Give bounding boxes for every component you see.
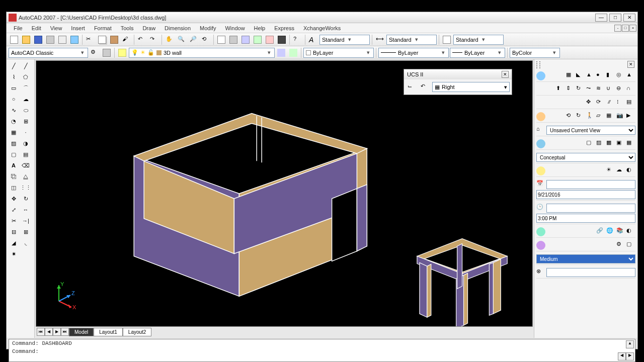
minimize-button[interactable]: — — [595, 14, 607, 22]
layer-combo[interactable]: 💡 ☀ 🔓 3D wall▾ — [129, 48, 275, 58]
render-region-icon[interactable]: ▢ — [626, 241, 635, 250]
zoom-rt-button[interactable]: 🔍 — [176, 34, 187, 45]
undo-button[interactable]: ↶ — [136, 34, 147, 45]
mat-attach-icon[interactable]: 🔗 — [596, 227, 605, 236]
ellipse-tool[interactable]: ⬭ — [20, 105, 32, 116]
loft-icon[interactable]: ≋ — [596, 85, 605, 94]
date-field[interactable] — [536, 190, 635, 199]
mat-toggle-icon[interactable]: ◐ — [626, 227, 635, 236]
workspace-combo[interactable]: AutoCAD Classic▾ — [9, 48, 88, 58]
dashboard-close-button[interactable]: ✕ — [627, 61, 634, 68]
properties-button[interactable] — [216, 34, 227, 45]
menu-draw[interactable]: Draw — [138, 24, 159, 32]
designcenter-button[interactable] — [228, 34, 239, 45]
menu-window[interactable]: Window — [221, 24, 249, 32]
region-tool[interactable]: ▢ — [8, 149, 20, 160]
sweep-icon[interactable]: ⤳ — [586, 85, 595, 94]
new-button[interactable] — [9, 34, 20, 45]
ucs-close-button[interactable]: ✕ — [502, 71, 509, 78]
help-button[interactable]: ? — [292, 34, 303, 45]
tab-next[interactable]: ▶ — [53, 328, 61, 336]
tab-last[interactable]: ⏭ — [61, 328, 69, 336]
menu-xchangeworks[interactable]: XchangeWorks — [299, 24, 345, 32]
print-button[interactable] — [45, 34, 56, 45]
cmd-scroll-up[interactable]: ▲ — [626, 340, 634, 348]
pyramid-icon[interactable]: ▲ — [626, 71, 635, 80]
layer-prev-button[interactable] — [288, 47, 299, 58]
render-preset-combo[interactable]: Medium — [536, 254, 635, 263]
explode-tool[interactable]: ✷ — [8, 248, 20, 259]
3dalign-icon[interactable]: ⫽ — [606, 99, 615, 108]
cone-icon[interactable]: ▲ — [586, 71, 595, 80]
menu-tools[interactable]: Tools — [117, 24, 138, 32]
polygon-tool[interactable]: ⬠ — [20, 71, 32, 82]
scale-tool[interactable]: ⤢ — [8, 204, 20, 215]
join-tool[interactable]: ⊞ — [20, 226, 32, 237]
menu-edit[interactable]: Edit — [28, 24, 45, 32]
walk-icon[interactable]: 🚶 — [586, 112, 595, 121]
extend-tool[interactable]: →| — [20, 215, 32, 226]
panel-grip[interactable] — [536, 61, 540, 68]
presspull-icon[interactable]: ⇕ — [566, 85, 575, 94]
move-tool[interactable]: ✥ — [8, 193, 20, 204]
ucs-prev-button[interactable]: ↶ — [419, 81, 430, 93]
views-icon[interactable]: ▦ — [606, 112, 615, 121]
linetype-combo[interactable]: ByLayer▾ — [378, 48, 449, 58]
cylinder-icon[interactable]: ▮ — [606, 71, 615, 80]
mirror-tool[interactable]: ⧋ — [20, 171, 32, 182]
copy-tool[interactable]: ⿻ — [8, 171, 20, 182]
trim-tool[interactable]: ✂ — [8, 215, 20, 226]
ucs-toolbar[interactable]: UCS II✕ ⌙ ↶ ▦Right▾ — [404, 69, 512, 95]
dimstyle-icon[interactable]: ⟷ — [374, 34, 385, 45]
line-tool[interactable]: ╱ — [8, 60, 20, 71]
copy-button[interactable] — [97, 34, 108, 45]
box-icon[interactable]: ▦ — [566, 71, 575, 80]
layer-states-button[interactable] — [276, 47, 287, 58]
vs-2d-icon[interactable]: ▢ — [586, 139, 595, 148]
union-icon[interactable]: ∪ — [606, 85, 615, 94]
plotstyle-combo[interactable]: ByColor▾ — [510, 48, 560, 58]
3d-make-icon[interactable] — [536, 71, 545, 80]
3d-nav-icon[interactable] — [536, 112, 545, 121]
erase-tool[interactable]: ⌫ — [20, 160, 32, 171]
vs-hidden-icon[interactable]: ▩ — [606, 139, 615, 148]
subtract-icon[interactable]: ⊖ — [616, 85, 625, 94]
visual-style-combo[interactable]: Conceptual — [536, 153, 635, 162]
date-slider[interactable] — [546, 180, 635, 189]
array-tool[interactable]: ⋮⋮ — [20, 182, 32, 193]
menu-view[interactable]: View — [46, 24, 66, 32]
mat-lib-icon[interactable]: 📚 — [616, 227, 625, 236]
rect-tool[interactable]: ▭ — [8, 82, 20, 94]
tablestyle-icon[interactable] — [441, 34, 452, 45]
vs-concept-icon[interactable]: ▦ — [626, 139, 635, 148]
table-tool[interactable]: ▤ — [20, 149, 32, 160]
mat-map-icon[interactable]: 🌐 — [606, 227, 615, 236]
circle-tool[interactable]: ○ — [8, 94, 20, 105]
sky-icon[interactable]: ☁ — [616, 166, 625, 175]
menu-file[interactable]: File — [10, 24, 27, 32]
workspace-save-button[interactable] — [101, 47, 112, 58]
close-button[interactable]: ✕ — [623, 14, 635, 22]
zoom-prev-button[interactable]: ⟲ — [200, 34, 211, 45]
layer-manager-button[interactable] — [117, 47, 128, 58]
torus-icon[interactable]: ◎ — [616, 71, 625, 80]
mdi-minimize[interactable]: - — [614, 25, 621, 32]
maximize-button[interactable]: □ — [609, 14, 621, 22]
markup-button[interactable] — [264, 34, 275, 45]
view-home-icon[interactable]: ⌂ — [536, 126, 545, 135]
revcloud-tool[interactable]: ☁ — [20, 94, 32, 105]
break-tool[interactable]: ⊟ — [8, 226, 20, 237]
xline-tool[interactable]: ╱ — [20, 60, 32, 71]
matchprop-button[interactable]: 🖌 — [121, 34, 132, 45]
constrained-orbit-icon[interactable]: ⟲ — [566, 112, 575, 121]
slice-icon[interactable]: ⫶ — [616, 99, 625, 108]
vs-3dw-icon[interactable]: ▨ — [596, 139, 605, 148]
output-size-field[interactable] — [546, 268, 635, 277]
menu-format[interactable]: Format — [90, 24, 116, 32]
light-icon[interactable] — [536, 166, 545, 175]
spline-tool[interactable]: ∿ — [8, 105, 20, 116]
textstyle-icon[interactable]: A — [307, 34, 318, 45]
mdi-close[interactable]: × — [629, 25, 636, 32]
cut-button[interactable]: ✂ — [85, 34, 96, 45]
textstyle-combo[interactable]: Standard▾ — [319, 35, 370, 45]
